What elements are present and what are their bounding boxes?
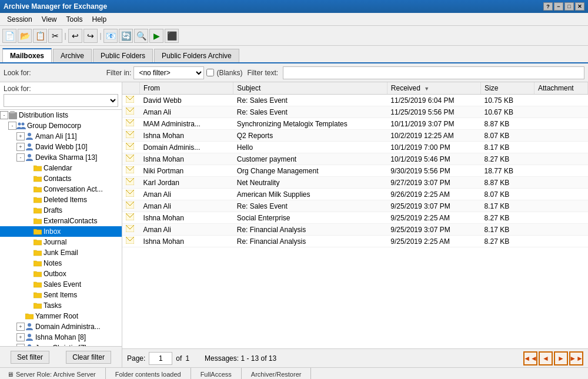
table-row[interactable]: Ishna MohanRe: Financial Analysis9/25/20… <box>122 236 588 247</box>
close-button[interactable]: ✕ <box>575 2 584 11</box>
message-list[interactable]: From Subject Received ▼ Size Attachment … <box>122 82 588 348</box>
tab-public-folders[interactable]: Public Folders <box>93 49 153 62</box>
msg-icon-cell <box>122 130 140 142</box>
tree-row[interactable]: Notes <box>0 258 122 269</box>
page-input[interactable] <box>149 352 172 365</box>
col-received-header[interactable]: Received ▼ <box>387 82 480 95</box>
col-subject-header[interactable]: Subject <box>233 82 387 95</box>
prev-page-button[interactable]: ◄ <box>539 351 553 365</box>
tree-row[interactable]: -Group Democorp <box>0 120 122 131</box>
tree-row[interactable]: Junk Email <box>0 247 122 258</box>
toolbar: 📄 📂 📋 ✂ | ↩ ↪ | 📧 🔄 🔍 ▶ ⬛ <box>0 26 588 46</box>
tree-row[interactable]: Inbox <box>0 226 122 237</box>
tb-refresh[interactable]: 🔄 <box>119 29 133 43</box>
table-row[interactable]: Aman AliRe: Sales Event9/25/2019 3:07 PM… <box>122 200 588 212</box>
menu-tools[interactable]: Tools <box>62 14 88 25</box>
tab-mailboxes[interactable]: Mailboxes <box>2 48 52 62</box>
help-button[interactable]: ? <box>543 2 553 11</box>
tree-folder-icon <box>25 153 34 162</box>
tree-row[interactable]: Calendar <box>0 163 122 173</box>
msg-subject: Net Neutrality <box>233 177 387 189</box>
col-icon-header[interactable] <box>122 82 140 95</box>
msg-received: 10/1/2019 7:00 PM <box>387 142 480 153</box>
table-row[interactable]: Ishna MohanSocial Enterprise9/25/2019 2:… <box>122 212 588 224</box>
tree-toggle[interactable]: + <box>16 333 25 341</box>
tree-toggle[interactable]: + <box>16 132 25 140</box>
tree-row[interactable]: ExternalContacts <box>0 216 122 226</box>
msg-from: Ishna Mohan <box>140 130 233 142</box>
tree-row[interactable]: +Aman Ali [11] <box>0 131 122 142</box>
clear-filter-button[interactable]: Clear filter <box>66 351 111 364</box>
maximize-button[interactable]: □ <box>564 2 574 11</box>
table-row[interactable]: Niki PortmanOrg Change Management9/30/20… <box>122 165 588 177</box>
msg-received: 9/27/2019 3:07 PM <box>387 177 480 189</box>
blanks-checkbox[interactable] <box>206 69 214 76</box>
msg-icon-cell <box>122 212 140 224</box>
tree-row[interactable]: Outbox <box>0 269 122 279</box>
next-page-button[interactable]: ► <box>554 351 568 365</box>
last-page-button[interactable]: ►► <box>569 351 583 365</box>
table-row[interactable]: Aman AliAmerican Milk Supplies9/26/2019 … <box>122 189 588 200</box>
tb-redo[interactable]: ↪ <box>83 29 98 43</box>
menu-view[interactable]: View <box>37 14 62 25</box>
tree-row[interactable]: -Distribution lists <box>0 110 122 120</box>
tree-row[interactable]: Journal <box>0 237 122 247</box>
tree-toggle[interactable]: - <box>8 122 16 130</box>
tree-label: Deleted Items <box>44 196 87 204</box>
msg-received: 9/25/2019 3:07 PM <box>387 224 480 236</box>
tree-row[interactable]: Yammer Root <box>0 311 122 321</box>
tree-row[interactable]: Drafts <box>0 205 122 216</box>
table-row[interactable]: Karl JordanNet Neutrality9/27/2019 3:07 … <box>122 177 588 189</box>
look-for-dropdown[interactable] <box>4 94 118 107</box>
content-pane: Look for: -Distribution lists-Group Demo… <box>0 82 588 367</box>
tree-toggle[interactable]: + <box>16 323 25 331</box>
tb-undo[interactable]: ↩ <box>68 29 82 43</box>
tree-row[interactable]: Contacts <box>0 173 122 184</box>
tab-archive[interactable]: Archive <box>53 49 92 62</box>
menu-session[interactable]: Session <box>2 14 37 25</box>
tree-toggle[interactable]: - <box>0 111 8 119</box>
table-row[interactable]: Ishna MohanCustomer payment10/1/2019 5:4… <box>122 153 588 165</box>
table-row[interactable]: Aman AliRe: Financial Analysis9/25/2019 … <box>122 224 588 236</box>
tree-row[interactable]: +David Webb [10] <box>0 142 122 152</box>
msg-from: Aman Ali <box>140 189 233 200</box>
tree-row[interactable]: +Domain Administra... <box>0 321 122 332</box>
tree-row[interactable]: Conversation Act... <box>0 184 122 194</box>
tree-row[interactable]: -Devika Sharma [13] <box>0 152 122 163</box>
filter-text-input[interactable] <box>283 66 584 79</box>
menu-help[interactable]: Help <box>88 14 112 25</box>
col-size-header[interactable]: Size <box>481 82 534 95</box>
tb-copy[interactable]: 📋 <box>33 29 47 43</box>
set-filter-button[interactable]: Set filter <box>11 351 49 364</box>
tree-toggle[interactable]: + <box>16 143 25 151</box>
page-nav-group: ◄◄ ◄ ► ►► <box>523 351 583 365</box>
tb-search[interactable]: 🔍 <box>134 29 148 43</box>
filter-text-label: Filter text: <box>247 69 278 77</box>
minimize-button[interactable]: − <box>554 2 563 11</box>
col-from-header[interactable]: From <box>140 82 233 95</box>
tree-row[interactable]: Tasks <box>0 300 122 311</box>
tb-stop[interactable]: ⬛ <box>165 29 179 43</box>
tb-start[interactable]: ▶ <box>149 29 163 43</box>
tree-toggle[interactable]: - <box>16 153 25 162</box>
col-attachment-header[interactable]: Attachment <box>534 82 587 95</box>
tb-cut[interactable]: ✂ <box>48 29 62 43</box>
table-row[interactable]: Aman AliRe: Sales Event11/25/2019 5:56 P… <box>122 106 588 118</box>
table-row[interactable]: David WebbRe: Sales Event11/25/2019 6:04… <box>122 95 588 106</box>
tree-row[interactable]: +Ishna Mohan [8] <box>0 332 122 343</box>
tree-row[interactable]: Deleted Items <box>0 194 122 205</box>
table-row[interactable]: Ishna MohanQ2 Reports10/2/2019 12:25 AM8… <box>122 130 588 142</box>
filter-in-dropdown[interactable]: <no filter> <box>133 66 204 79</box>
tb-new[interactable]: 📄 <box>2 29 16 43</box>
tree-folder-icon <box>33 216 42 226</box>
table-row[interactable]: Domain Adminis...Hello10/1/2019 7:00 PM8… <box>122 142 588 153</box>
folder-tree[interactable]: -Distribution lists-Group Democorp+Aman … <box>0 110 122 346</box>
tab-public-folders-archive[interactable]: Public Folders Archive <box>154 49 239 62</box>
tb-email[interactable]: 📧 <box>103 29 118 43</box>
first-page-button[interactable]: ◄◄ <box>523 351 537 365</box>
tree-folder-icon <box>33 290 42 300</box>
table-row[interactable]: MAM Administra...Synchronizing Metalogix… <box>122 118 588 130</box>
tree-row[interactable]: Sales Event <box>0 279 122 290</box>
tb-open[interactable]: 📂 <box>18 29 32 43</box>
tree-row[interactable]: Sent Items <box>0 290 122 300</box>
